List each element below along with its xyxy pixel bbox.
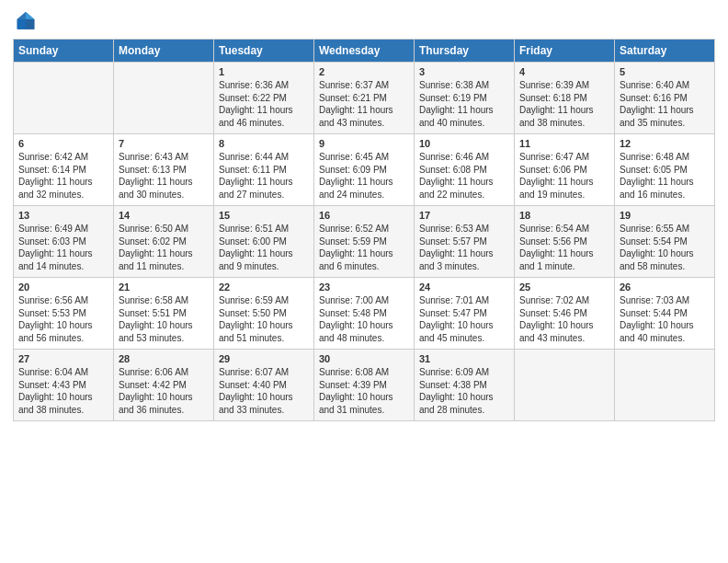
day-info: Sunrise: 6:44 AM Sunset: 6:11 PM Dayligh… — [219, 151, 309, 201]
calendar-cell: 24Sunrise: 7:01 AM Sunset: 5:47 PM Dayli… — [415, 278, 515, 350]
day-number: 3 — [419, 66, 509, 77]
day-header-thursday: Thursday — [415, 40, 515, 63]
week-row-5: 27Sunrise: 6:04 AM Sunset: 4:43 PM Dayli… — [14, 350, 715, 421]
calendar-cell: 26Sunrise: 7:03 AM Sunset: 5:44 PM Dayli… — [615, 278, 715, 350]
week-row-2: 6Sunrise: 6:42 AM Sunset: 6:14 PM Daylig… — [14, 134, 715, 206]
calendar-cell: 18Sunrise: 6:54 AM Sunset: 5:56 PM Dayli… — [515, 206, 615, 278]
day-number: 9 — [319, 138, 409, 149]
day-number: 17 — [419, 210, 509, 221]
day-number: 1 — [219, 66, 309, 77]
day-number: 23 — [319, 282, 409, 293]
calendar-table: SundayMondayTuesdayWednesdayThursdayFrid… — [13, 39, 715, 421]
calendar-cell — [515, 350, 615, 421]
day-number: 26 — [620, 282, 710, 293]
day-number: 5 — [620, 66, 710, 77]
day-number: 10 — [419, 138, 509, 149]
day-number: 8 — [219, 138, 309, 149]
calendar-cell: 1Sunrise: 6:36 AM Sunset: 6:22 PM Daylig… — [214, 63, 314, 134]
page-container: SundayMondayTuesdayWednesdayThursdayFrid… — [0, 0, 728, 431]
day-header-monday: Monday — [114, 40, 214, 63]
day-info: Sunrise: 6:53 AM Sunset: 5:57 PM Dayligh… — [419, 223, 509, 272]
week-row-1: 1Sunrise: 6:36 AM Sunset: 6:22 PM Daylig… — [14, 63, 715, 134]
day-info: Sunrise: 6:51 AM Sunset: 6:00 PM Dayligh… — [219, 223, 309, 272]
calendar-cell: 17Sunrise: 6:53 AM Sunset: 5:57 PM Dayli… — [415, 206, 515, 278]
day-info: Sunrise: 6:47 AM Sunset: 6:06 PM Dayligh… — [519, 151, 609, 201]
day-number: 30 — [319, 353, 409, 364]
calendar-cell: 22Sunrise: 6:59 AM Sunset: 5:50 PM Dayli… — [214, 278, 314, 350]
logo-icon — [13, 9, 39, 35]
week-row-4: 20Sunrise: 6:56 AM Sunset: 5:53 PM Dayli… — [14, 278, 715, 350]
day-info: Sunrise: 6:58 AM Sunset: 5:51 PM Dayligh… — [119, 294, 209, 344]
day-number: 29 — [219, 353, 309, 364]
svg-marker-2 — [17, 12, 26, 19]
day-number: 13 — [18, 210, 108, 221]
calendar-cell: 28Sunrise: 6:06 AM Sunset: 4:42 PM Dayli… — [114, 350, 214, 421]
calendar-cell: 27Sunrise: 6:04 AM Sunset: 4:43 PM Dayli… — [14, 350, 114, 421]
calendar-body: 1Sunrise: 6:36 AM Sunset: 6:22 PM Daylig… — [14, 63, 715, 421]
calendar-cell: 23Sunrise: 7:00 AM Sunset: 5:48 PM Dayli… — [314, 278, 415, 350]
calendar-cell: 7Sunrise: 6:43 AM Sunset: 6:13 PM Daylig… — [114, 134, 214, 206]
calendar-cell — [114, 63, 214, 134]
day-info: Sunrise: 6:48 AM Sunset: 6:05 PM Dayligh… — [620, 151, 710, 201]
calendar-cell — [615, 350, 715, 421]
calendar-cell: 11Sunrise: 6:47 AM Sunset: 6:06 PM Dayli… — [515, 134, 615, 206]
calendar-cell: 12Sunrise: 6:48 AM Sunset: 6:05 PM Dayli… — [615, 134, 715, 206]
calendar-cell: 2Sunrise: 6:37 AM Sunset: 6:21 PM Daylig… — [314, 63, 415, 134]
calendar-cell — [14, 63, 114, 134]
calendar-cell: 30Sunrise: 6:08 AM Sunset: 4:39 PM Dayli… — [314, 350, 415, 421]
calendar-cell: 8Sunrise: 6:44 AM Sunset: 6:11 PM Daylig… — [214, 134, 314, 206]
day-number: 25 — [519, 282, 609, 293]
calendar-cell: 25Sunrise: 7:02 AM Sunset: 5:46 PM Dayli… — [515, 278, 615, 350]
week-row-3: 13Sunrise: 6:49 AM Sunset: 6:03 PM Dayli… — [14, 206, 715, 278]
day-info: Sunrise: 6:46 AM Sunset: 6:08 PM Dayligh… — [419, 151, 509, 201]
day-info: Sunrise: 7:03 AM Sunset: 5:44 PM Dayligh… — [620, 294, 710, 344]
svg-marker-3 — [17, 19, 26, 29]
calendar-cell: 20Sunrise: 6:56 AM Sunset: 5:53 PM Dayli… — [14, 278, 114, 350]
header-row: SundayMondayTuesdayWednesdayThursdayFrid… — [14, 40, 715, 63]
calendar-header: SundayMondayTuesdayWednesdayThursdayFrid… — [14, 40, 715, 63]
calendar-cell: 4Sunrise: 6:39 AM Sunset: 6:18 PM Daylig… — [515, 63, 615, 134]
header — [13, 9, 715, 35]
day-number: 16 — [319, 210, 409, 221]
day-number: 21 — [119, 282, 209, 293]
day-number: 15 — [219, 210, 309, 221]
svg-marker-4 — [26, 19, 34, 29]
day-number: 18 — [519, 210, 609, 221]
day-number: 2 — [319, 66, 409, 77]
day-info: Sunrise: 6:40 AM Sunset: 6:16 PM Dayligh… — [620, 79, 710, 129]
calendar-cell: 21Sunrise: 6:58 AM Sunset: 5:51 PM Dayli… — [114, 278, 214, 350]
day-info: Sunrise: 6:56 AM Sunset: 5:53 PM Dayligh… — [18, 294, 108, 344]
calendar-cell: 29Sunrise: 6:07 AM Sunset: 4:40 PM Dayli… — [214, 350, 314, 421]
day-number: 14 — [119, 210, 209, 221]
day-number: 6 — [18, 138, 108, 149]
day-info: Sunrise: 6:38 AM Sunset: 6:19 PM Dayligh… — [419, 79, 509, 129]
calendar-cell: 9Sunrise: 6:45 AM Sunset: 6:09 PM Daylig… — [314, 134, 415, 206]
day-info: Sunrise: 6:39 AM Sunset: 6:18 PM Dayligh… — [519, 79, 609, 129]
day-info: Sunrise: 6:55 AM Sunset: 5:54 PM Dayligh… — [620, 223, 710, 272]
day-info: Sunrise: 7:02 AM Sunset: 5:46 PM Dayligh… — [519, 294, 609, 344]
day-number: 20 — [18, 282, 108, 293]
day-info: Sunrise: 6:37 AM Sunset: 6:21 PM Dayligh… — [319, 79, 409, 129]
calendar-cell: 3Sunrise: 6:38 AM Sunset: 6:19 PM Daylig… — [415, 63, 515, 134]
day-info: Sunrise: 6:04 AM Sunset: 4:43 PM Dayligh… — [18, 366, 108, 416]
day-info: Sunrise: 6:07 AM Sunset: 4:40 PM Dayligh… — [219, 366, 309, 416]
day-header-tuesday: Tuesday — [214, 40, 314, 63]
day-info: Sunrise: 7:00 AM Sunset: 5:48 PM Dayligh… — [319, 294, 409, 344]
day-number: 31 — [419, 353, 509, 364]
logo — [13, 9, 42, 35]
day-number: 28 — [119, 353, 209, 364]
day-number: 12 — [620, 138, 710, 149]
svg-marker-1 — [26, 12, 34, 19]
day-number: 4 — [519, 66, 609, 77]
day-info: Sunrise: 6:06 AM Sunset: 4:42 PM Dayligh… — [119, 366, 209, 416]
day-header-friday: Friday — [515, 40, 615, 63]
day-number: 19 — [620, 210, 710, 221]
day-info: Sunrise: 6:50 AM Sunset: 6:02 PM Dayligh… — [119, 223, 209, 272]
day-number: 27 — [18, 353, 108, 364]
day-header-sunday: Sunday — [14, 40, 114, 63]
day-info: Sunrise: 6:45 AM Sunset: 6:09 PM Dayligh… — [319, 151, 409, 201]
calendar-cell: 14Sunrise: 6:50 AM Sunset: 6:02 PM Dayli… — [114, 206, 214, 278]
day-info: Sunrise: 6:49 AM Sunset: 6:03 PM Dayligh… — [18, 223, 108, 272]
day-info: Sunrise: 6:36 AM Sunset: 6:22 PM Dayligh… — [219, 79, 309, 129]
calendar-cell: 31Sunrise: 6:09 AM Sunset: 4:38 PM Dayli… — [415, 350, 515, 421]
